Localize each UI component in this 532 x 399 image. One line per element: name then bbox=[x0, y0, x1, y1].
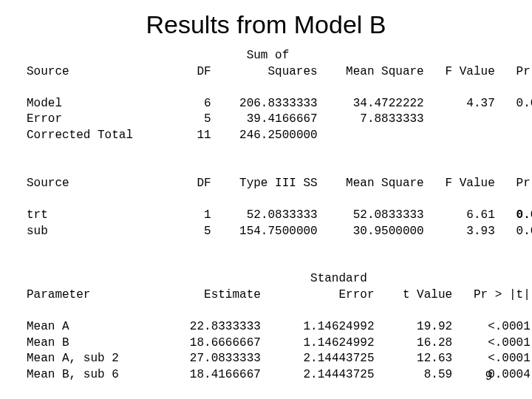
type3-row: trt 1 52.0833333 52.0833333 6.61 0.0500 bbox=[27, 208, 532, 222]
params-row: Mean A, sub 2 27.0833333 2.14443725 12.6… bbox=[27, 352, 531, 365]
page-number: 9 bbox=[485, 369, 492, 383]
type3-row: sub 5 154.7500000 30.9500000 3.93 0.0798 bbox=[27, 225, 532, 238]
anova-row: Error 5 39.4166667 7.8833333 bbox=[27, 112, 424, 126]
page-title: Results from Model B bbox=[0, 0, 532, 48]
anova-h-c3a: Sum of bbox=[27, 49, 289, 62]
anova-output: Sum of Source DF Squares Mean Square F V… bbox=[0, 48, 532, 383]
anova-row: Model 6 206.8333333 34.4722222 4.37 0.06… bbox=[27, 97, 532, 110]
params-h-c3a: Standard bbox=[27, 272, 367, 285]
anova-h: Source DF Squares Mean Square F Value Pr… bbox=[27, 65, 532, 78]
anova-row: Corrected Total 11 246.2500000 bbox=[27, 129, 318, 142]
params-row: Mean B, sub 6 18.4166667 2.14443725 8.59… bbox=[27, 368, 531, 381]
params-row: Mean B 18.6666667 1.14624992 16.28 <.000… bbox=[27, 336, 531, 349]
type3-h: Source DF Type III SS Mean Square F Valu… bbox=[27, 177, 532, 190]
params-row: Mean A 22.8333333 1.14624992 19.92 <.000… bbox=[27, 320, 531, 333]
params-h: Parameter Estimate Error t Value Pr > |t… bbox=[27, 288, 531, 301]
